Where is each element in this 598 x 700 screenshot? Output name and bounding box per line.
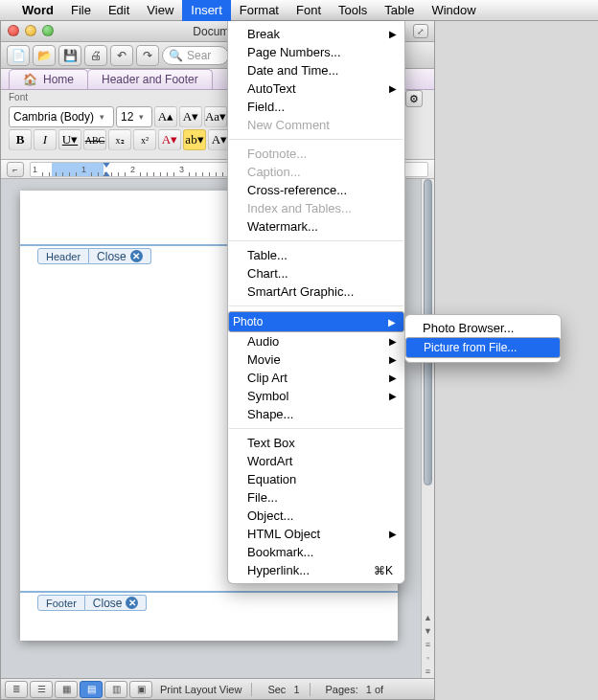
focus-view-button[interactable]: ▣ — [129, 681, 152, 698]
menu-item[interactable]: Equation — [228, 470, 404, 488]
font-name-select[interactable]: Cambria (Body)▾ — [9, 106, 114, 127]
change-case-button[interactable]: Aa▾ — [204, 106, 227, 127]
next-page-icon[interactable]: ≡ — [422, 665, 434, 678]
strikethrough-button[interactable]: ABC — [83, 129, 106, 150]
menu-item[interactable]: Audio▶ — [228, 332, 404, 350]
sec-label: Sec — [267, 684, 286, 695]
menu-item[interactable]: Bookmark... — [228, 543, 404, 561]
browse-object-icon[interactable]: ◦ — [422, 651, 434, 665]
font-name-value: Cambria (Body) — [13, 110, 94, 124]
tab-hf-label: Header and Footer — [102, 73, 198, 86]
menubar-app[interactable]: Word — [13, 0, 62, 21]
menu-item[interactable]: Chart... — [228, 264, 404, 282]
shrink-font-button[interactable]: A▾ — [179, 106, 202, 127]
print-button[interactable]: 🖨 — [84, 45, 107, 66]
menu-item[interactable]: Hyperlink...⌘K — [228, 561, 404, 579]
submenu-item[interactable]: Photo Browser... — [405, 319, 561, 337]
menubar-edit[interactable]: Edit — [100, 0, 138, 21]
highlight-button[interactable]: ab▾ — [183, 129, 206, 150]
menu-item[interactable]: Watermark... — [228, 217, 404, 236]
search-field[interactable]: 🔍 Sear — [162, 46, 229, 65]
menu-item[interactable]: HTML Object▶ — [228, 525, 404, 543]
menu-item[interactable]: Object... — [228, 507, 404, 525]
menubar-tools[interactable]: Tools — [330, 0, 376, 21]
close-icon: ✕ — [130, 250, 143, 262]
ribbon-settings-button[interactable]: ⚙ — [405, 90, 423, 107]
menu-item[interactable]: Field... — [228, 98, 404, 116]
tab-home[interactable]: 🏠 Home — [9, 69, 88, 89]
close-window-button[interactable] — [8, 25, 19, 36]
redo-button[interactable]: ↷ — [136, 45, 159, 66]
font-size-select[interactable]: 12▾ — [116, 106, 152, 127]
zoom-window-button[interactable] — [42, 25, 54, 36]
superscript-button[interactable]: x² — [133, 129, 156, 150]
menu-item: Footnote... — [228, 145, 404, 163]
font-color-button[interactable]: A▾ — [158, 129, 181, 150]
menu-item[interactable]: Clip Art▶ — [228, 369, 404, 387]
footer-label: Footer — [37, 595, 85, 611]
italic-button[interactable]: I — [34, 129, 57, 150]
menu-item[interactable]: Table... — [228, 246, 404, 264]
header-close-button[interactable]: Close✕ — [89, 248, 151, 264]
menu-item: New Comment — [228, 116, 404, 134]
notebook-view-button[interactable]: ▥ — [104, 681, 127, 698]
tab-stop-selector[interactable]: ⌐ — [7, 162, 24, 177]
menubar-table[interactable]: Table — [376, 0, 423, 21]
menubar-font[interactable]: Font — [288, 0, 330, 21]
open-button[interactable]: 📂 — [33, 45, 56, 66]
close-label: Close — [97, 250, 126, 263]
menubar-file[interactable]: File — [62, 0, 100, 21]
close-icon: ✕ — [126, 597, 138, 609]
menubar-window[interactable]: Window — [423, 0, 484, 21]
publishing-view-button[interactable]: ▦ — [55, 681, 78, 698]
traffic-lights — [8, 25, 54, 36]
footer-tag: Footer Close✕ — [37, 595, 147, 611]
menubar-insert[interactable]: Insert — [182, 0, 231, 21]
scroll-up-icon[interactable]: ▲ — [422, 611, 434, 624]
outline-view-button[interactable]: ☰ — [30, 681, 53, 698]
new-doc-button[interactable]: 📄 — [7, 45, 30, 66]
font-group-label: Font — [9, 92, 252, 104]
tab-header-footer[interactable]: Header and Footer — [87, 69, 213, 89]
view-label: Print Layout View — [160, 684, 242, 695]
subscript-button[interactable]: x₂ — [108, 129, 131, 150]
bold-button[interactable]: B — [9, 129, 32, 150]
menu-item[interactable]: Cross-reference... — [228, 181, 404, 199]
menubar-format[interactable]: Format — [231, 0, 288, 21]
menu-item: Caption... — [228, 163, 404, 181]
menu-item[interactable]: SmartArt Graphic... — [228, 282, 404, 301]
menu-item[interactable]: Shape... — [228, 405, 404, 423]
draft-view-button[interactable]: ≣ — [5, 681, 28, 698]
undo-button[interactable]: ↶ — [110, 45, 133, 66]
prev-page-icon[interactable]: ≡ — [422, 638, 434, 651]
header-label: Header — [37, 248, 89, 264]
menu-item[interactable]: Break▶ — [228, 25, 404, 43]
scroll-down-icon[interactable]: ▼ — [422, 624, 434, 638]
menu-item[interactable]: Page Numbers... — [228, 43, 404, 61]
menu-item[interactable]: Movie▶ — [228, 350, 404, 369]
tab-home-label: Home — [43, 73, 74, 86]
submenu-item[interactable]: Picture from File... — [405, 337, 561, 358]
menubar-view[interactable]: View — [138, 0, 182, 21]
minimize-window-button[interactable] — [25, 25, 36, 36]
fullscreen-button[interactable]: ⤢ — [413, 24, 428, 38]
status-bar: ≣ ☰ ▦ ▤ ▥ ▣ Print Layout View Sec 1 Page… — [1, 678, 434, 699]
close-label: Close — [93, 597, 123, 610]
menu-item[interactable]: AutoText▶ — [228, 79, 404, 98]
home-icon: 🏠 — [23, 73, 37, 86]
menu-item[interactable]: Date and Time... — [228, 61, 404, 79]
menu-item[interactable]: WordArt — [228, 452, 404, 470]
photo-submenu: Photo Browser...Picture from File... — [404, 314, 562, 363]
search-placeholder: Sear — [187, 49, 211, 62]
footer-close-button[interactable]: Close✕ — [85, 595, 148, 611]
vertical-scrollbar[interactable]: ▲ ▼ ≡ ◦ ≡ — [421, 179, 434, 678]
menu-item[interactable]: Symbol▶ — [228, 387, 404, 405]
grow-font-button[interactable]: A▴ — [154, 106, 177, 127]
underline-button[interactable]: U▾ — [58, 129, 81, 150]
menu-item[interactable]: Photo▶ — [228, 311, 404, 332]
menu-item[interactable]: File... — [228, 488, 404, 507]
insert-menu: Break▶Page Numbers...Date and Time...Aut… — [227, 21, 405, 584]
save-button[interactable]: 💾 — [58, 45, 81, 66]
menu-item[interactable]: Text Box — [228, 434, 404, 452]
print-layout-view-button[interactable]: ▤ — [80, 681, 103, 698]
